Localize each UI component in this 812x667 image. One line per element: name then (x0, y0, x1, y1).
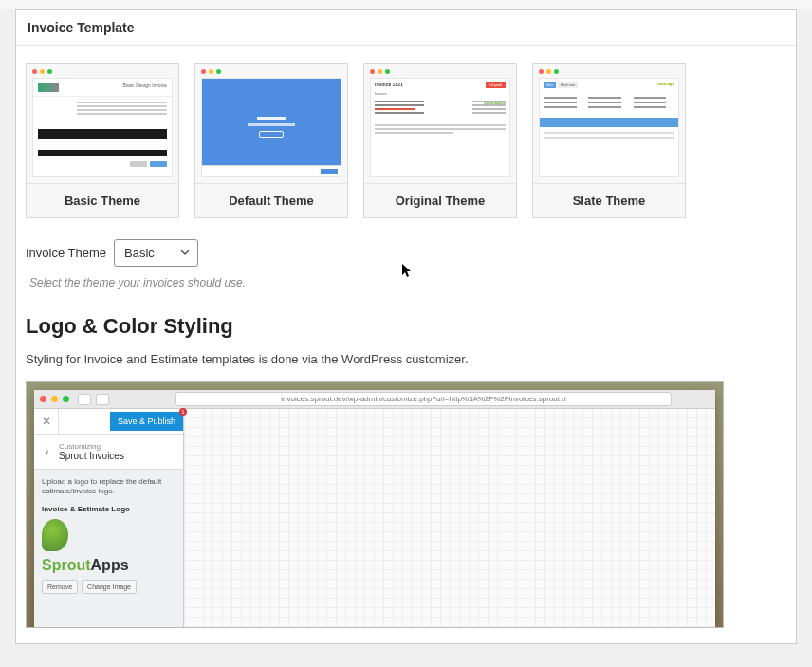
theme-select-row: Invoice Theme BasicDefaultOriginalSlate (16, 218, 796, 267)
panel-title: Invoice Template (28, 20, 135, 35)
invoice-template-panel: Invoice Template Basic Design Invoice Ba… (15, 9, 797, 644)
theme-gallery: Basic Design Invoice Basic Theme (16, 63, 796, 218)
theme-card-slate[interactable]: InfoEstimate YourLogo Slate Theme (532, 63, 686, 218)
close-icon: ✕ (34, 409, 59, 434)
customizer-preview (184, 409, 715, 628)
theme-select-wrap: BasicDefaultOriginalSlate (114, 239, 198, 267)
window-dots-icon (32, 69, 173, 74)
crumb-top: Customizing (59, 442, 101, 451)
theme-thumb-original: Invoice 1821Unpaid Invoice SproutApps (364, 64, 516, 183)
forward-button-icon (96, 394, 109, 405)
thumb-preview (201, 78, 341, 177)
sprout-wordmark: SproutApps (42, 557, 175, 574)
badge-icon: 1 (179, 408, 187, 416)
logo-label: Invoice & Estimate Logo (42, 505, 175, 513)
theme-card-default[interactable]: Default Theme (194, 63, 348, 218)
top-bar (0, 0, 812, 9)
theme-label: Original Theme (364, 183, 516, 217)
theme-label: Basic Theme (27, 183, 178, 217)
thumb-preview: Invoice 1821Unpaid Invoice SproutApps (370, 78, 510, 177)
theme-thumb-slate: InfoEstimate YourLogo (533, 64, 685, 183)
styling-desc: Styling for Invoice and Estimate templat… (26, 352, 786, 366)
window-dots-icon (370, 69, 510, 74)
upload-desc: Upload a logo to replace the default est… (42, 477, 175, 497)
theme-thumb-default (195, 64, 347, 183)
close-dot-icon (40, 396, 46, 402)
theme-label: Slate Theme (533, 183, 685, 217)
thumb-preview: Basic Design Invoice (32, 78, 173, 177)
theme-thumb-basic: Basic Design Invoice (27, 64, 178, 183)
theme-select-label: Invoice Theme (26, 246, 106, 260)
min-dot-icon (51, 396, 58, 402)
back-button-icon (78, 394, 91, 405)
theme-select-help: Select the theme your invoices should us… (16, 267, 796, 289)
save-publish-button: Save & Publish 1 (110, 412, 183, 431)
styling-heading: Logo & Color Styling (26, 314, 786, 339)
panel-body: Basic Design Invoice Basic Theme (16, 46, 796, 643)
theme-select[interactable]: BasicDefaultOriginalSlate (114, 239, 198, 267)
remove-button: Remove (42, 580, 78, 594)
window-dots-icon (539, 69, 679, 74)
crumb-title: Sprout Invoices (59, 451, 124, 461)
thumb-preview: InfoEstimate YourLogo (539, 78, 679, 177)
customizer-breadcrumb: ‹ Customizing Sprout Invoices (34, 435, 183, 470)
sprout-logo (42, 519, 175, 551)
styling-section: Logo & Color Styling Styling for Invoice… (16, 289, 796, 628)
window-dots-icon (201, 69, 341, 74)
change-image-button: Change Image (82, 580, 137, 594)
chevron-left-icon: ‹ (42, 447, 53, 457)
customizer-save-row: ✕ Save & Publish 1 (34, 409, 183, 435)
theme-label: Default Theme (195, 183, 347, 217)
url-bar: invoices.sprout.dev/wp-admin/customize.p… (175, 392, 672, 406)
max-dot-icon (63, 396, 69, 402)
leaf-icon (42, 519, 68, 551)
theme-card-basic[interactable]: Basic Design Invoice Basic Theme (26, 63, 179, 218)
panel-header: Invoice Template (16, 10, 796, 46)
browser-window: invoices.sprout.dev/wp-admin/customize.p… (34, 390, 715, 628)
theme-card-original[interactable]: Invoice 1821Unpaid Invoice SproutApps Or… (363, 63, 517, 218)
customizer-screenshot: invoices.sprout.dev/wp-admin/customize.p… (26, 381, 724, 628)
customizer-body: ✕ Save & Publish 1 ‹ Customizing (34, 409, 715, 628)
customizer-sidebar: ✕ Save & Publish 1 ‹ Customizing (34, 409, 184, 628)
browser-chrome: invoices.sprout.dev/wp-admin/customize.p… (34, 390, 715, 409)
customizer-content: Upload a logo to replace the default est… (34, 470, 183, 602)
